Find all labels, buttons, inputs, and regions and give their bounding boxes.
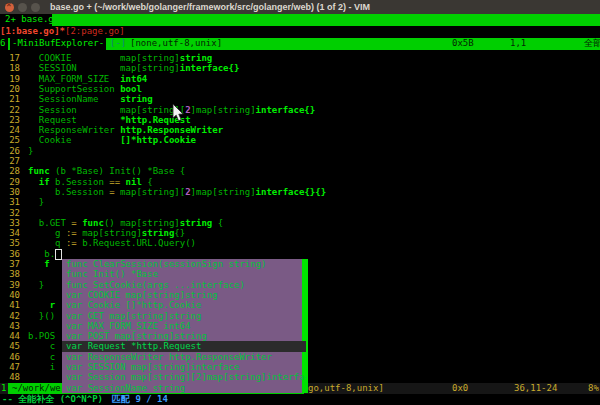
statusline-hexvalue: 0x0 <box>452 383 468 393</box>
cmdline-mode-indicator: -- 全能补全 (^O^N^P) <box>2 394 103 404</box>
code-text: MAX_FORM_SIZE int64 <box>28 74 147 84</box>
code-line-30[interactable]: 30 b.Session = map[string][2]map[string]… <box>0 187 600 197</box>
code-line-24[interactable]: 24 ResponseWriter http.ResponseWriter <box>0 125 600 135</box>
line-number: 31 <box>0 197 20 207</box>
line-number: 43 <box>0 321 20 331</box>
code-line-32[interactable]: 32 <box>0 208 600 218</box>
code-line-25[interactable]: 25 Cookie []*http.Cookie <box>0 135 600 145</box>
line-number: 46 <box>0 352 20 362</box>
close-icon[interactable] <box>5 3 14 12</box>
line-number: 26 <box>0 146 20 156</box>
completion-item[interactable]: var Cookie []*http.Cookie <box>62 300 306 310</box>
buffer-tab-page-go[interactable]: [2:page.go] <box>65 26 125 36</box>
minibufexplorer-statusline: 6 -MiniBufExplorer- [-] [none,utf-8,unix… <box>0 38 600 50</box>
completion-item[interactable]: var GET map[string]string <box>62 311 306 321</box>
code-line-26[interactable]: 26} <box>0 146 600 156</box>
line-number: 20 <box>0 84 20 94</box>
code-text: SessionName string <box>28 94 153 104</box>
code-text: Cookie []*http.Cookie <box>28 135 196 145</box>
code-line-35[interactable]: 35 q := b.Request.URL.Query() <box>0 238 600 248</box>
code-line-21[interactable]: 21 SessionName string <box>0 94 600 104</box>
code-text: b.POS <box>28 331 55 341</box>
mbe-status-hexvalue: 0x5B <box>452 38 474 48</box>
code-line-18[interactable]: 18 SESSION map[string]interface{} <box>0 63 600 73</box>
code-text: c <box>28 352 55 362</box>
code-text: b.Session = map[string][2]map[string]int… <box>28 187 326 197</box>
line-number: 17 <box>0 53 20 63</box>
completion-item[interactable]: var ResponseWriter http.ResponseWriter <box>62 352 306 362</box>
line-number: 40 <box>0 290 20 300</box>
code-line-33[interactable]: 33 b.GET = func() map[string]string { <box>0 218 600 228</box>
completion-item[interactable]: var SessionName string <box>62 383 306 393</box>
code-text: i <box>28 362 55 372</box>
code-text: r <box>28 300 55 310</box>
mouse-cursor <box>172 104 186 124</box>
code-line-23[interactable]: 23 Request *http.Request <box>0 115 600 125</box>
completion-item[interactable]: func ClearSession(sessionSign string) <box>62 259 306 269</box>
code-line-19[interactable]: 19 MAX_FORM_SIZE int64 <box>0 74 600 84</box>
completion-item-selected[interactable]: var Request *http.Request <box>62 341 306 351</box>
code-text: } <box>28 280 44 290</box>
completion-item[interactable]: func Init() *Base <box>62 269 306 279</box>
cmdline-match-count: 匹配 9 / 14 <box>112 394 168 404</box>
code-text: c <box>28 341 55 351</box>
code-text: f <box>28 259 50 269</box>
completion-popup: func ClearSession(sessionSign string)fun… <box>62 259 308 393</box>
code-text: func (b *Base) Init() *Base { <box>28 166 185 176</box>
code-line-17[interactable]: 17 COOKIE map[string]string <box>0 53 600 63</box>
completion-item[interactable]: var MAX_FORM_SIZE int64 <box>62 321 306 331</box>
line-number: 38 <box>0 269 20 279</box>
minimize-icon[interactable] <box>18 3 27 12</box>
code-line-20[interactable]: 20 SupportSession bool <box>0 84 600 94</box>
mbe-status-cursorpos: 1,1 <box>510 38 526 48</box>
mbe-status-fileinfo: [none,utf-8,unix] <box>130 38 222 48</box>
line-number: 48 <box>0 372 20 382</box>
code-text: if b.Session == nil { <box>28 177 153 187</box>
command-line: -- 全能补全 (^O^N^P) 匹配 9 / 14 <box>0 394 600 405</box>
line-number: 19 <box>0 74 20 84</box>
line-number: 33 <box>0 218 20 228</box>
line-number: 22 <box>0 105 20 115</box>
code-text: ResponseWriter http.ResponseWriter <box>28 125 223 135</box>
minibufexplorer-buffer-list: [1:base.go]*[2:page.go] <box>0 26 600 37</box>
maximize-icon[interactable] <box>31 3 40 12</box>
code-text: q := b.Request.URL.Query() <box>28 238 196 248</box>
window-titlebar[interactable]: base.go + (~/work/web/golanger/framework… <box>0 0 600 14</box>
code-line-27[interactable]: 27 <box>0 156 600 166</box>
code-text: b.GET = func() map[string]string { <box>28 218 223 228</box>
code-line-31[interactable]: 31 } <box>0 197 600 207</box>
code-line-36[interactable]: 36 b. <box>0 249 600 259</box>
line-number: 27 <box>0 156 20 166</box>
line-number: 45 <box>0 341 20 351</box>
line-number: 23 <box>0 115 20 125</box>
line-number: 41 <box>0 300 20 310</box>
code-line-29[interactable]: 29 if b.Session == nil { <box>0 177 600 187</box>
buffer-tab-base-go[interactable]: [1:base.go]* <box>0 26 65 36</box>
completion-item[interactable]: var Session map[string][2]map[string]int… <box>62 372 306 382</box>
mbe-status-num: 6 <box>0 38 8 50</box>
code-text: SupportSession bool <box>28 84 142 94</box>
code-line-22[interactable]: 22 Session map[string][2]map[string]inte… <box>0 105 600 115</box>
mbe-status-scrollpos: 全部 <box>584 38 600 48</box>
line-number: 37 <box>0 259 20 269</box>
window-title: base.go + (~/work/web/golanger/framework… <box>50 2 370 12</box>
statusline-fileinfo: go,utf-8,unix] <box>308 383 384 393</box>
completion-item[interactable]: var POST map[string]string <box>62 331 306 341</box>
code-text: COOKIE map[string]string <box>28 53 212 63</box>
statusline-scrollpos: 8% <box>588 383 599 393</box>
code-text: } <box>28 146 33 156</box>
completion-item[interactable]: var SESSION map[string]interface <box>62 362 306 372</box>
completion-item[interactable]: func SetCookie(args ...interface) <box>62 280 306 290</box>
code-line-34[interactable]: 34 g := map[string]string{} <box>0 228 600 238</box>
line-number: 25 <box>0 135 20 145</box>
code-text: g := map[string]string{} <box>28 228 185 238</box>
mbe-status-name: -MiniBufExplorer- <box>10 38 106 50</box>
tabline: 2+ base.go <box>0 14 600 26</box>
line-number: 39 <box>0 280 20 290</box>
line-number: 47 <box>0 362 20 372</box>
code-text: }() <box>28 311 55 321</box>
code-text: Request *http.Request <box>28 115 191 125</box>
completion-item[interactable]: var COOKIE map[string]string <box>62 290 306 300</box>
code-line-28[interactable]: 28func (b *Base) Init() *Base { <box>0 166 600 176</box>
insert-cursor <box>55 249 62 260</box>
